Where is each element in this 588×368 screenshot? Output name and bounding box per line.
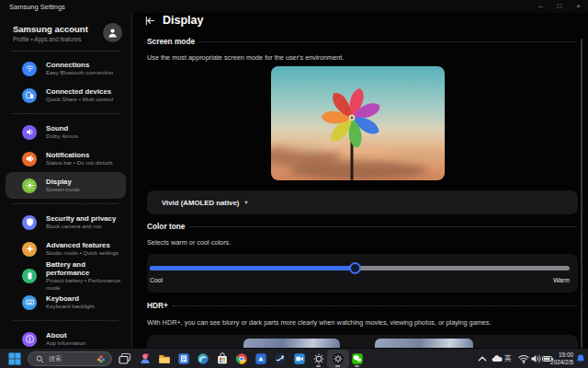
- sidebar-item-battery-and-performance[interactable]: Battery and performance Protect battery …: [6, 262, 126, 289]
- tray-time: 19:00: [542, 351, 573, 359]
- titlebar: Samsung Settings – □ ×: [0, 0, 588, 13]
- speaker-icon: [22, 125, 37, 140]
- sidebar-item-notifications[interactable]: Notifications Status bar • Do not distur…: [6, 145, 126, 172]
- app-dark-circle-icon[interactable]: [273, 351, 288, 366]
- start-button[interactable]: [7, 351, 22, 366]
- shield-icon: [22, 215, 37, 230]
- color-tone-title: Color tone: [147, 222, 185, 231]
- screen-mode-dropdown[interactable]: Vivid (AMOLED native) ▼: [147, 190, 578, 214]
- maximize-button[interactable]: □: [557, 0, 561, 13]
- hdr-description: With HDR+, you can see blurry or dark pa…: [147, 318, 492, 327]
- close-button[interactable]: ×: [576, 0, 581, 13]
- back-icon[interactable]: [144, 15, 155, 26]
- section-rule: [189, 226, 577, 227]
- task-view-button[interactable]: [118, 351, 132, 366]
- minimize-button[interactable]: –: [538, 0, 542, 13]
- sidebar-divider: [13, 203, 119, 204]
- display-settings-panel: Display Screen mode Use the most appropr…: [132, 13, 588, 348]
- samsung-settings-window: Samsung Settings – □ × Samsung account P…: [0, 0, 588, 368]
- search-highlight-icon: [96, 354, 106, 363]
- keyboard-icon: [22, 295, 37, 310]
- slider-max-label: Warm: [553, 277, 570, 283]
- wechat-icon[interactable]: [350, 351, 365, 366]
- megaphone-icon: [22, 152, 37, 167]
- color-tone-slider[interactable]: [150, 266, 570, 270]
- wifi-icon: [22, 62, 37, 76]
- sidebar-divider: [13, 320, 119, 321]
- running-indicator: [316, 365, 321, 367]
- tray-chevron-icon[interactable]: [477, 351, 488, 366]
- onedrive-icon[interactable]: [490, 351, 504, 366]
- screen-mode-title: Screen mode: [147, 37, 195, 46]
- section-rule: [173, 305, 577, 306]
- taskbar: 搜索: [0, 348, 588, 368]
- screen-mode-preview-image: [271, 66, 445, 180]
- camera-app-icon[interactable]: [292, 351, 307, 366]
- sidebar-item-advanced-features[interactable]: Advanced features Studio mode • Quick se…: [6, 236, 126, 262]
- notes-app-icon[interactable]: [176, 351, 191, 366]
- slider-fill: [150, 266, 356, 270]
- sidebar-item-display[interactable]: Display Screen mode: [6, 172, 126, 199]
- account-title: Samsung account: [13, 24, 88, 34]
- sidebar-item-connected-devices[interactable]: Connected devices Quick Share • Multi co…: [6, 82, 126, 109]
- clock[interactable]: 19:00 2024/2/5: [542, 351, 573, 366]
- search-icon: [36, 355, 44, 363]
- chat-app-icon[interactable]: [138, 351, 153, 366]
- tray-date: 2024/2/5: [542, 359, 573, 366]
- sidebar-item-security-and-privacy[interactable]: Security and privacy Block camera and mi…: [6, 209, 126, 236]
- screen-mode-dropdown-value: Vivid (AMOLED native): [162, 199, 239, 207]
- chrome-icon[interactable]: [234, 351, 249, 366]
- devices-icon: [22, 88, 37, 103]
- sidebar: Samsung account Profile • Apps and featu…: [0, 13, 132, 348]
- battery-icon: [22, 269, 37, 283]
- account-subtitle: Profile • Apps and features: [13, 36, 88, 42]
- settings-gear-icon[interactable]: [311, 351, 326, 366]
- account-avatar-icon: [103, 23, 122, 42]
- section-rule: [198, 41, 577, 42]
- running-indicator: [335, 365, 340, 367]
- ime-indicator[interactable]: 英: [504, 354, 512, 363]
- color-tone-description: Selects warm or cool colors.: [147, 238, 231, 247]
- sidebar-item-keyboard[interactable]: Keyboard Keyboard backlight: [6, 289, 126, 316]
- search-box[interactable]: 搜索: [28, 351, 112, 366]
- color-tone-card: [147, 254, 578, 293]
- sidebar-item-sound[interactable]: Sound Dolby Atmos: [6, 119, 126, 145]
- screen-mode-description: Use the most appropriate screen mode for…: [147, 53, 344, 62]
- info-icon: [22, 332, 37, 347]
- sidebar-list: Connections Easy Bluetooth connection Co…: [0, 55, 131, 352]
- samsung-settings-icon[interactable]: [331, 351, 345, 366]
- search-placeholder: 搜索: [49, 354, 96, 363]
- running-indicator: [355, 365, 359, 367]
- sidebar-divider: [11, 51, 120, 52]
- sidebar-item-connections[interactable]: Connections Easy Bluetooth connection: [6, 55, 126, 82]
- samsung-account-item[interactable]: Samsung account Profile • Apps and featu…: [0, 17, 131, 48]
- store-icon[interactable]: [215, 351, 230, 366]
- sidebar-divider: [13, 113, 119, 114]
- notification-bell-icon[interactable]: [575, 351, 586, 366]
- hdr-title: HDR+: [147, 301, 168, 310]
- scrollbar[interactable]: [581, 39, 582, 348]
- chevron-down-icon: ▼: [243, 200, 248, 205]
- brightness-icon: [22, 178, 37, 193]
- app-blue-icon[interactable]: [254, 351, 268, 366]
- window-title: Samsung Settings: [9, 3, 65, 11]
- slider-min-label: Cool: [150, 277, 163, 283]
- file-explorer-icon[interactable]: [157, 351, 172, 366]
- edge-icon[interactable]: [196, 351, 210, 366]
- page-title: Display: [163, 14, 203, 27]
- sparkle-icon: [22, 242, 37, 257]
